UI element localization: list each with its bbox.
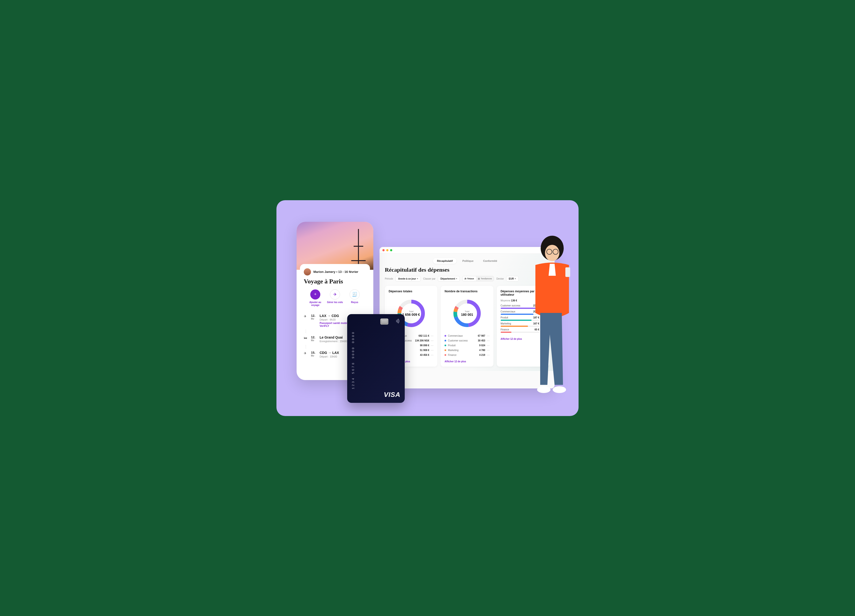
tab-compliance[interactable]: Conformité bbox=[479, 258, 501, 264]
color-swatch bbox=[444, 345, 446, 346]
trip-dates: 13 - 16 février bbox=[338, 270, 359, 274]
bar-row: Customer success234 €⋯ bbox=[501, 304, 545, 309]
bar-row: Marketing167 €⋯ bbox=[501, 322, 545, 327]
bar-fill bbox=[501, 332, 512, 333]
currency-label: Devise bbox=[496, 277, 504, 280]
avg-label: Moyenne bbox=[501, 299, 510, 302]
more-icon[interactable]: ⋯ bbox=[487, 344, 490, 347]
legend-value: 4 780 bbox=[479, 349, 485, 351]
period-label: Période bbox=[385, 277, 393, 280]
trip-user-row: Marion Jamery • 13 - 16 février bbox=[304, 268, 366, 276]
bar-row: Commerciaux200 €⋯ bbox=[501, 310, 545, 315]
bar-row: Finance65 €⋯ bbox=[501, 328, 545, 333]
more-icon[interactable]: ⋯ bbox=[431, 349, 434, 352]
more-icon[interactable]: ⋯ bbox=[487, 354, 490, 357]
svg-rect-16 bbox=[565, 267, 570, 277]
legend-name: Finance bbox=[448, 354, 479, 356]
legend-value: 43 456 € bbox=[420, 354, 429, 356]
bar-track bbox=[501, 308, 539, 309]
donut-center-label: Total bbox=[465, 310, 469, 313]
totals-toggle[interactable]: ◔ Totaux bbox=[463, 276, 476, 281]
more-icon[interactable]: ⋯ bbox=[431, 354, 434, 357]
currency-select[interactable]: EUR ▾ bbox=[506, 276, 519, 282]
donut-center-value: 180 001 bbox=[461, 313, 473, 317]
more-icon[interactable]: ⋯ bbox=[431, 344, 434, 347]
card-brand: VISA bbox=[351, 391, 400, 398]
more-icon[interactable]: ⋯ bbox=[542, 311, 545, 314]
legend-row: Produit9 024⋯ bbox=[444, 344, 489, 347]
more-icon[interactable]: ⋯ bbox=[431, 334, 434, 338]
page-title: Récapitulatif des dépenses bbox=[385, 267, 549, 273]
transactions-donut: Total 180 001 bbox=[444, 298, 489, 329]
manage-flights-button[interactable]: ✈ Gérer les vols bbox=[325, 290, 345, 307]
more-icon[interactable]: ⋯ bbox=[487, 334, 490, 338]
color-swatch bbox=[444, 349, 446, 351]
legend-row: Finance4 219⋯ bbox=[444, 354, 489, 357]
avg-user-bars: Customer success234 €⋯Commerciaux200 €⋯P… bbox=[501, 304, 545, 334]
legend-name: Produit bbox=[448, 344, 479, 347]
color-swatch bbox=[444, 340, 446, 342]
trends-label: Tendances bbox=[481, 277, 492, 280]
browser-window: Récapitulatif Politique Conformité Récap… bbox=[380, 247, 555, 388]
bar-value: 200 € bbox=[533, 310, 539, 313]
avatar bbox=[304, 268, 311, 276]
tab-recap[interactable]: Récapitulatif bbox=[433, 258, 457, 264]
bar-name: Finance bbox=[501, 328, 509, 331]
trip-user-meta: Marion Jamery • 13 - 16 février bbox=[313, 270, 358, 274]
itin-date: 15.fév bbox=[311, 351, 317, 357]
bar-track bbox=[501, 314, 539, 315]
show-more-link[interactable]: Afficher 12 de plus bbox=[501, 338, 545, 340]
tab-policy[interactable]: Politique bbox=[458, 258, 477, 264]
card-chip-icon bbox=[380, 319, 388, 325]
bar-name: Customer success bbox=[501, 304, 520, 307]
card-title: Dépenses totales bbox=[389, 290, 434, 293]
bar-fill bbox=[501, 320, 532, 321]
bar-name: Commerciaux bbox=[501, 310, 515, 313]
marketing-canvas: Marion Jamery • 13 - 16 février Voyage à… bbox=[276, 200, 579, 416]
period-select[interactable]: Année à ce jour ▾ bbox=[395, 276, 421, 282]
donut-center-label: Total bbox=[409, 310, 413, 313]
eiffel-tower-icon bbox=[358, 229, 359, 265]
more-icon[interactable]: ⋯ bbox=[542, 323, 545, 326]
dashboard: Récapitulatif Politique Conformité Récap… bbox=[380, 254, 555, 371]
bar-name: Marketing bbox=[501, 322, 511, 325]
color-swatch bbox=[444, 354, 446, 356]
legend-value: 98 098 € bbox=[420, 344, 429, 347]
receipts-label: Reçus bbox=[351, 301, 358, 304]
card-title: Dépenses moyennes par utilisateur bbox=[501, 290, 545, 296]
card-number: 1234 5678 9000 0000 bbox=[351, 331, 355, 389]
group-label: Classer par bbox=[423, 277, 435, 280]
more-icon[interactable]: ⋯ bbox=[431, 339, 434, 342]
more-icon[interactable]: ⋯ bbox=[487, 349, 490, 352]
chevron-down-icon: ▾ bbox=[417, 277, 418, 280]
more-icon[interactable]: ⋯ bbox=[542, 317, 545, 320]
group-select[interactable]: Département ▾ bbox=[438, 276, 460, 282]
minimize-dot-icon[interactable] bbox=[386, 249, 388, 251]
receipts-button[interactable]: 🧾 Reçus bbox=[345, 290, 364, 307]
main-tabs: Récapitulatif Politique Conformité bbox=[385, 258, 549, 264]
plane-icon: ✈ bbox=[304, 351, 308, 355]
add-to-trip-button[interactable]: + Ajouter au voyage bbox=[306, 290, 325, 307]
bar-value: 187 € bbox=[533, 316, 539, 319]
legend-name: Marketing bbox=[448, 349, 479, 351]
card-title: Nombre de transactions bbox=[444, 290, 489, 293]
transactions-legend: Commerciaux67 987⋯Customer success30 453… bbox=[444, 334, 489, 357]
plane-icon: ✈ bbox=[330, 290, 340, 299]
trends-toggle[interactable]: ▥ Tendances bbox=[476, 276, 494, 281]
close-dot-icon[interactable] bbox=[382, 249, 385, 251]
itin-date: 12.fév bbox=[311, 314, 317, 320]
contactless-icon bbox=[395, 319, 400, 325]
credit-card: 1234 5678 9000 0000 VISA bbox=[347, 314, 405, 403]
phone-hero-image bbox=[297, 222, 373, 270]
bar-value: 167 € bbox=[533, 322, 539, 325]
more-icon[interactable]: ⋯ bbox=[487, 339, 490, 342]
stat-cards-row: Dépenses totales Total 1 656 009 bbox=[385, 286, 549, 367]
show-more-link[interactable]: Afficher 12 de plus bbox=[444, 360, 489, 363]
more-icon[interactable]: ⋯ bbox=[542, 305, 545, 308]
itin-date: 12.fév bbox=[311, 336, 317, 342]
group-value: Département bbox=[440, 277, 455, 280]
maximize-dot-icon[interactable] bbox=[390, 249, 392, 251]
avg-user-card: Dépenses moyennes par utilisateur Moyenn… bbox=[497, 286, 549, 367]
more-icon[interactable]: ⋯ bbox=[542, 329, 545, 332]
titlebar bbox=[380, 247, 555, 254]
